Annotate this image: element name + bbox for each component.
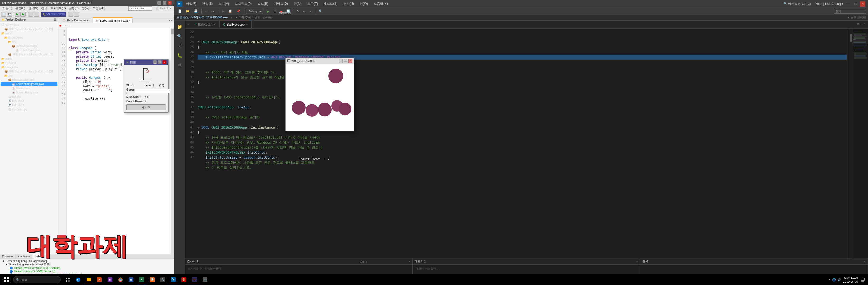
vs-scrollbar-right[interactable]: [849, 29, 852, 258]
eclipse-tab-debug[interactable]: Debug ×: [32, 254, 46, 259]
vs-menu-build[interactable]: 빌드(B): [255, 0, 270, 8]
eclipse-hierarchy-btn[interactable]: ⊞: [74, 12, 79, 16]
eclipse-menu-run[interactable]: 실행(R): [67, 6, 80, 10]
hangman-restart-button[interactable]: 재시작: [126, 104, 166, 110]
tray-chevron-icon[interactable]: ∧: [828, 278, 831, 282]
eclipse-tab-console[interactable]: Console ×: [0, 254, 16, 259]
tree-jre-system[interactable]: 📦 JRE System Library [jre1.8.0_112]: [1, 27, 57, 31]
hangman-dialog-maximize[interactable]: □: [158, 61, 162, 64]
ball-window-maximize[interactable]: □: [344, 59, 347, 63]
vs-maximize-btn[interactable]: □: [853, 1, 858, 7]
taskbar-app-onenote[interactable]: N: [105, 275, 115, 284]
taskbar-notification-btn[interactable]: [860, 277, 865, 282]
eclipse-maximize-btn[interactable]: □: [163, 1, 166, 5]
tree-success-jpg[interactable]: 🖼 success.jpg: [1, 107, 57, 111]
taskbar-app-misc2[interactable]: 🔧: [158, 275, 167, 284]
eclipse-scrollbar[interactable]: [170, 28, 174, 254]
tree-default-pkg[interactable]: 📦 (default package): [1, 44, 57, 48]
tree-explo[interactable]: 📂 explo: [1, 57, 57, 61]
vs-tb-new[interactable]: 📄: [177, 9, 183, 13]
tree-src-hangman[interactable]: 📂 src: [1, 73, 57, 78]
eclipse-scroll-left-icon[interactable]: ◀: [168, 19, 170, 22]
tree-jre-hangman[interactable]: 📦 JRE System Library [jre1.8.0_112]: [1, 69, 57, 73]
taskbar-app-camera[interactable]: 📷: [200, 275, 210, 284]
eclipse-new-btn[interactable]: 📄: [1, 12, 6, 16]
eclipse-menu-edit[interactable]: 편집(E): [14, 6, 27, 10]
tree-views-java[interactable]: 📄 Views.java: [1, 23, 57, 27]
hangman-guess-input[interactable]: [135, 89, 170, 93]
taskbar-file-explorer[interactable]: [84, 275, 94, 284]
vs-menu-test[interactable]: 테스트(S): [321, 0, 339, 8]
vs-tab-ballrecth-close[interactable]: ×: [214, 23, 216, 26]
vs-tb-cut[interactable]: ✂: [220, 9, 226, 13]
eclipse-tb-btn4[interactable]: ↪: [34, 12, 39, 16]
vs-tab-ballrecth[interactable]: C BallRect.h ×: [191, 21, 220, 28]
vs-memory-close-icon[interactable]: ×: [636, 260, 638, 263]
tree-hangman[interactable]: 📂 Hangman: [1, 65, 57, 69]
eclipse-tab-problems[interactable]: Problems ×: [16, 254, 33, 259]
vs-watch-close-icon[interactable]: ×: [409, 260, 410, 263]
vs-debug-step-into-btn[interactable]: ↩: [301, 9, 307, 13]
vs-tb-undo[interactable]: ↩: [204, 9, 209, 13]
vs-menu-edit[interactable]: 편집(E): [200, 0, 215, 8]
eclipse-menu-nav[interactable]: 탐색(N): [27, 6, 40, 10]
taskbar-app-ppt[interactable]: P: [95, 275, 104, 284]
vs-debug-step-over-btn[interactable]: ↷: [295, 9, 301, 13]
vs-debug-pause-btn[interactable]: ⏸: [272, 9, 278, 13]
tree-screenhangman[interactable]: ☕ ScreenHangman.java: [1, 82, 57, 86]
eclipse-editor-back-icon[interactable]: ←: [64, 24, 67, 27]
vs-menu-view[interactable]: 보기(V): [216, 0, 231, 8]
taskbar-app-excel[interactable]: X: [137, 275, 146, 284]
tree-drawpanel[interactable]: ☕ DrawPanel: [1, 86, 57, 90]
taskbar-app-word[interactable]: W: [126, 275, 136, 284]
vs-tb-copy[interactable]: 📋: [227, 9, 234, 13]
taskbar-app-chrome[interactable]: [116, 275, 125, 284]
eclipse-close-btn[interactable]: ×: [168, 1, 172, 5]
vs-output-close-icon[interactable]: ×: [864, 260, 866, 263]
taskbar-edge[interactable]: [73, 275, 83, 284]
vs-menu-window[interactable]: 창(W): [358, 0, 370, 8]
taskbar-app-misc1[interactable]: 💬: [147, 275, 157, 284]
tray-volume-icon[interactable]: 🔊: [837, 278, 841, 282]
debug-item-thread1[interactable]: 🔵 Thread [AWT-EventQueue-0] (Running): [1, 266, 173, 270]
eclipse-open-type-btn[interactable]: ⊕: [68, 12, 73, 16]
debug-item-localhost[interactable]: ▼ ScreenHangman at localhost:62181: [1, 263, 173, 266]
tree-fall3-mp3[interactable]: 🎵 fall3.mp3: [1, 103, 57, 107]
tree-fall1-mp3[interactable]: 🎵 fall1.mp3: [1, 99, 57, 103]
eclipse-menu-file[interactable]: 파일(F): [1, 6, 14, 10]
vs-menu-debug[interactable]: 디버그(D): [272, 0, 290, 8]
eclipse-editor-forward-icon[interactable]: →: [68, 24, 71, 27]
hangman-dialog-close[interactable]: ×: [163, 61, 166, 64]
vs-menu-team[interactable]: 팀(M): [291, 0, 304, 8]
eclipse-tab-screenhangman[interactable]: ☕ ScreenHangman.java ×: [93, 17, 133, 23]
ball-window-close[interactable]: ×: [348, 59, 352, 63]
tree-excel[interactable]: 📂 excel: [1, 31, 57, 35]
vs-debug-step-out-btn[interactable]: ↪: [307, 9, 313, 13]
vs-sidebar-explorer[interactable]: 📁: [176, 23, 184, 31]
eclipse-menu-project[interactable]: 프로젝트(P): [49, 6, 67, 10]
taskbar-task-view[interactable]: [63, 275, 72, 284]
tree-jre-exceldemo[interactable]: 📦 JRE System Library [Java5-1.8]: [1, 52, 57, 57]
taskbar-start-button[interactable]: [0, 275, 13, 285]
tree-screenhangman2[interactable]: ☕ ScreenHangman: [1, 90, 57, 95]
eclipse-tab-exceldemo[interactable]: ☕ ExcelDemo.java ×: [60, 17, 93, 23]
eclipse-tab-exceldemo-close[interactable]: ×: [89, 19, 90, 22]
vs-menu-analyze[interactable]: 분석(N): [341, 0, 356, 8]
eclipse-menu-window[interactable]: 창(W): [80, 6, 91, 10]
hangman-dialog-minimize[interactable]: _: [153, 61, 157, 64]
eclipse-debug-run-btn[interactable]: ▶: [20, 12, 26, 16]
eclipse-tab-screenhangman-close[interactable]: ×: [129, 19, 130, 22]
eclipse-tb-btn3[interactable]: ↩: [28, 12, 33, 16]
vs-tb-save[interactable]: 💾: [192, 9, 199, 13]
tree-fall-jpg[interactable]: 🖼 fall.jpg: [1, 95, 57, 99]
taskbar-app-vscode-taskbar[interactable]: V: [168, 275, 178, 284]
vs-sidebar-search[interactable]: 🔍: [176, 32, 184, 41]
vs-sidebar-extensions[interactable]: ⊞: [176, 61, 184, 69]
vs-tb-redo[interactable]: ↪: [210, 9, 216, 13]
tree-src[interactable]: 📂 src: [1, 40, 57, 44]
vs-tab-ballrectcpp[interactable]: C BallRect.cpp ×: [219, 21, 251, 28]
eclipse-run-btn[interactable]: ▶: [14, 12, 20, 16]
taskbar-search[interactable]: 🔍 검색: [13, 276, 61, 283]
vs-tab-ballrectcpp-close[interactable]: ×: [246, 23, 248, 26]
vs-scrollbar-thumb[interactable]: [849, 34, 852, 42]
